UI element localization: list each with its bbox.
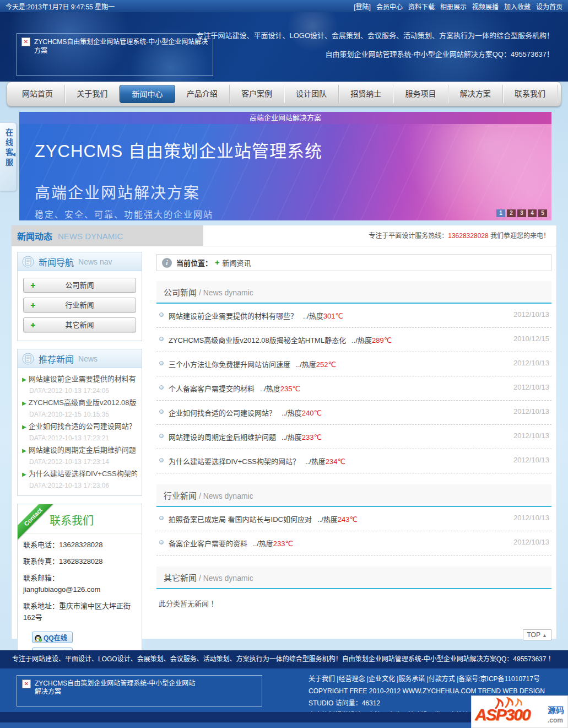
news-title: 企业如何找合适的公司建设网站？ [169, 409, 276, 417]
nav-item[interactable]: 新闻中心 [120, 85, 175, 103]
news-row[interactable]: 拍照备案已成定局 看国内站长与IDC如何应对../热度243℃2012/10/1… [156, 507, 551, 531]
category-button[interactable]: ✚其它新闻 [23, 317, 136, 332]
recommend-item-date: DATA:2012-10-13 17:23:21 [22, 433, 137, 444]
banner-page-number[interactable]: 5 [538, 209, 547, 217]
qq-online-button[interactable]: QQ在线 [32, 632, 73, 643]
heat-value: 235℃ [280, 385, 300, 393]
category-list: ✚公司新闻✚行业新闻✚其它新闻 [18, 271, 142, 341]
heat-value: 289℃ [372, 336, 392, 344]
banner-page-number[interactable]: 4 [528, 209, 537, 217]
news-row[interactable]: 备案企业客户需要的资料../热度233℃2012/10/13 [156, 531, 551, 556]
contact-row: 联系地址：重庆市渝中区大坪正街162号 [23, 600, 136, 623]
news-row[interactable]: 网站建设前企业需要提供的材料有哪些？../热度301℃2012/10/13 [156, 304, 551, 328]
footer-links-line[interactable]: 关于我们 |经营理念 |企业文化 |服务承诺 |付款方式 |备案号:京ICP备1… [309, 673, 568, 685]
nav-item[interactable]: 服务项目 [393, 85, 448, 103]
arrow-right-icon: ▶ [22, 400, 26, 406]
section-header: 行业新闻 / News dynamic [156, 484, 551, 507]
section-title-cn: 行业新闻 [164, 491, 197, 500]
slogan-line1: 专注于网站建设、平面设计、LOGO设计、会展策划、会议服务、活动策划、方案执行为… [196, 30, 554, 40]
bullet-icon [159, 361, 164, 365]
contact-ribbon-wrap: Contact [18, 504, 58, 545]
banner-subtitle: 高端企业网站解决方案 [35, 181, 551, 203]
back-to-top-button[interactable]: TOP ▲ [523, 629, 552, 640]
news-date: 2012/10/13 [513, 432, 549, 440]
heat-label: ../热度 [351, 336, 372, 344]
topbar-link[interactable]: 设为首页 [536, 3, 562, 11]
heat-label: ../热度 [260, 385, 280, 393]
section-other-news: 其它新闻 / News dynamic 此分类暂无新闻 ！ [156, 567, 551, 611]
news-nav-title-en: News nav [78, 257, 112, 266]
nav-item[interactable]: 客户案例 [230, 85, 284, 103]
recommend-item-title[interactable]: ▶ZYCHCMS高级商业版v2012.08版揭秘 [22, 397, 137, 409]
news-row[interactable]: 为什么建站要选择DIV+CSS构架的网站？../热度234℃2012/10/13 [156, 449, 551, 473]
category-button[interactable]: ✚公司新闻 [23, 278, 136, 293]
heat-value: 234℃ [326, 457, 345, 466]
nav-item[interactable]: 解决方案 [448, 85, 503, 103]
news-row[interactable]: 三个小方法让你免费提升网站访问速度../热度252℃2012/10/13 [156, 352, 551, 376]
news-row[interactable]: 个人备案客户需提交的材料../热度235℃2012/10/13 [156, 376, 551, 401]
recommend-title-en: News [78, 354, 98, 363]
banner: 高端企业网站解决方案 ZYCHCMS 自由策划企业站管理系统 高端企业网站解决方… [19, 112, 551, 220]
heat-value: 243℃ [338, 515, 358, 524]
header-slogans: 专注于网站建设、平面设计、LOGO设计、会展策划、会议服务、活动策划、方案执行为… [196, 30, 554, 67]
asp300-logo[interactable]: ASP300 源码 .com [471, 695, 568, 728]
news-dynamic-title: 新闻动态 NEWS DYNAMIC [12, 225, 203, 246]
empty-category-text: 此分类暂无新闻 ！ [156, 589, 551, 611]
news-title: 三个小方法让你免费提升网站访问速度 [169, 360, 290, 369]
recommend-title-cn: 推荐新闻 [39, 352, 74, 365]
news-date: 2012/10/13 [513, 407, 549, 416]
site-logo[interactable]: ✕ ZYCHCMS自由策划企业网站管理系统-中小型企业网站解决方案 [17, 33, 213, 76]
topbar-link[interactable]: 相册展示 [440, 3, 467, 11]
nav-item[interactable]: 联系我们 [503, 85, 558, 103]
news-row[interactable]: ZYCHCMS高级商业版v2012.08版揭秘全站HTML静态化../热度289… [156, 328, 551, 352]
plus-icon: ✚ [30, 278, 35, 293]
bullet-icon [159, 312, 164, 317]
recommend-item: ▶ZYCHCMS高级商业版v2012.08版揭秘DATA:2010-12-15 … [22, 397, 137, 420]
online-service-tab[interactable]: 在线客服 ◀ [0, 122, 17, 191]
contact-row: 联系邮箱：jiangfubiaogo@126.com [23, 572, 136, 595]
news-date: 2012/10/13 [513, 538, 549, 546]
category-button[interactable]: ✚行业新闻 [23, 298, 136, 312]
news-row[interactable]: 网站建设的周期定金后期维护问题../热度233℃2012/10/13 [156, 425, 551, 449]
bullet-icon [159, 409, 164, 414]
hotline-number: 13628328028 [448, 232, 488, 240]
logo-text: ZYCHCMS自由策划企业网站管理系统-中小型企业网站解决方案 [34, 37, 208, 72]
topbar-link[interactable]: 会员中心 [376, 3, 403, 11]
bullet-icon [159, 516, 164, 520]
news-title: 个人备案客户需提交的材料 [169, 385, 255, 393]
news-icon [22, 353, 34, 365]
nav-item[interactable]: 产品介绍 [175, 85, 230, 103]
recommend-item-title[interactable]: ▶为什么建站要选择DIV+CSS构架的网 [22, 468, 137, 480]
arrow-up-icon: ▲ [542, 633, 547, 638]
banner-page-number[interactable]: 3 [517, 209, 526, 217]
nav-item[interactable]: 网站首页 [10, 85, 65, 103]
footer-logo[interactable]: ✕ ZYCHCMS自由策划企业网站管理系统-中小型企业网站解决方案 [17, 675, 262, 707]
recommend-item-title[interactable]: ▶网站建设的周期定金后期维护问题 [22, 445, 137, 456]
recommend-item-title[interactable]: ▶网站建设前企业需要提供的材料有 [22, 374, 137, 385]
contact-title: 联系我们 [50, 512, 142, 528]
heat-label: ../热度 [303, 312, 323, 320]
plus-icon: ✚ [30, 298, 35, 312]
heat-value: 233℃ [273, 540, 293, 548]
news-date: 2012/10/13 [513, 456, 549, 464]
recommend-item-date: DATA:2012-10-13 17:23:14 [22, 456, 137, 467]
topbar-link[interactable]: 资料下载 [408, 3, 435, 11]
breadcrumb-current[interactable]: 新闻资讯 [222, 257, 251, 268]
recommend-item-date: DATA:2012-10-13 17:23:06 [22, 480, 137, 491]
category-label: 行业新闻 [65, 301, 94, 309]
news-title: 为什么建站要选择DIV+CSS构架的网站？ [169, 457, 300, 466]
nav-item[interactable]: 设计团队 [284, 85, 339, 103]
topbar-link[interactable]: 加入收藏 [504, 3, 531, 11]
topbar-link[interactable]: 视频展播 [472, 3, 499, 11]
news-row[interactable]: 企业如何找合适的公司建设网站？../热度240℃2012/10/13 [156, 401, 551, 425]
broken-image-icon: ✕ [22, 680, 31, 688]
nav-item[interactable]: 招贤纳士 [339, 85, 393, 103]
recommend-list: ▶网站建设前企业需要提供的材料有DATA:2012-10-13 17:24:05… [18, 368, 142, 495]
heat-label: ../热度 [253, 540, 273, 548]
banner-page-number[interactable]: 1 [496, 209, 505, 217]
banner-page-number[interactable]: 2 [507, 209, 516, 217]
recommend-item: ▶企业如何找合适的公司建设网站？DATA:2012-10-13 17:23:21 [22, 421, 137, 444]
nav-item[interactable]: 关于我们 [65, 85, 120, 103]
recommend-item-title[interactable]: ▶企业如何找合适的公司建设网站？ [22, 421, 137, 433]
topbar-link[interactable]: [登陆] [354, 3, 371, 11]
